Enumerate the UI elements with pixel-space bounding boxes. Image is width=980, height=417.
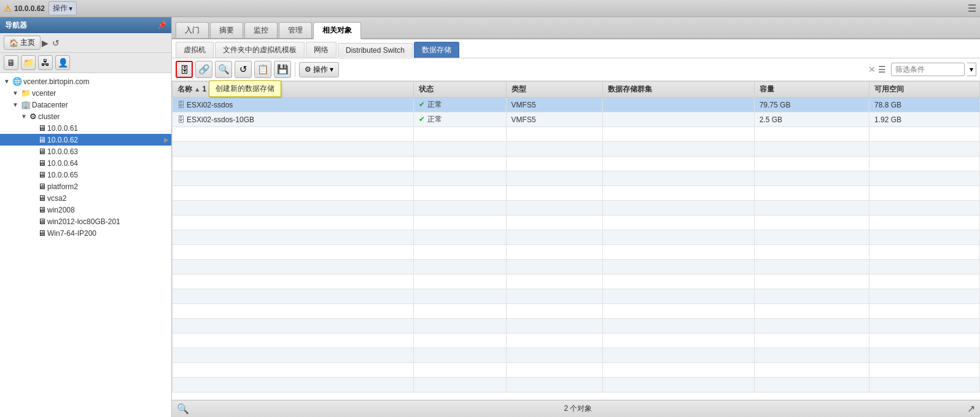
empty-cell <box>869 230 980 245</box>
col-type[interactable]: 类型 <box>506 82 603 98</box>
home-button[interactable]: 🏠 主页 <box>4 36 41 50</box>
subtab-文件夹中的虚拟机模板[interactable]: 文件夹中的虚拟机模板 <box>215 42 305 58</box>
empty-cell <box>173 186 414 201</box>
tree-item-win7-64-ip200[interactable]: 🖥Win7-64-IP200 <box>0 227 171 239</box>
tree-toggle-vcenter[interactable]: ▼ <box>2 78 11 85</box>
tree-item-10.0.0.61[interactable]: 🖥10.0.0.61 <box>0 122 171 134</box>
empty-cell <box>754 230 869 245</box>
toolbar-btn-6[interactable]: 💾 <box>274 61 291 78</box>
toolbar-sep <box>295 62 295 77</box>
empty-cell <box>754 348 869 363</box>
empty-cell <box>603 363 754 378</box>
table-row-empty <box>173 333 980 348</box>
tree-item-win2012-loc80GB-201[interactable]: 🖥win2012-loc80GB-201 <box>0 216 171 227</box>
tree-toggle-vcenter-node[interactable]: ▼ <box>11 90 20 96</box>
tree-item-10.0.0.63[interactable]: 🖥10.0.0.63 <box>0 146 171 157</box>
tree-item-vcenter[interactable]: ▼🌐vcenter.birtopin.com <box>0 76 171 87</box>
toolbar-actions-chevron: ▾ <box>330 65 333 74</box>
tree-item-vcsa2[interactable]: 🖥vcsa2 <box>0 192 171 204</box>
pin-icon[interactable]: 📌 <box>157 21 166 29</box>
tab-监控[interactable]: 监控 <box>244 22 278 38</box>
toolbar-btn-5[interactable]: 📋 <box>254 61 271 78</box>
empty-cell <box>603 171 754 186</box>
tab-入门[interactable]: 入门 <box>176 22 209 38</box>
empty-cell <box>603 142 754 157</box>
empty-cell <box>869 378 980 392</box>
tab-相关对象[interactable]: 相关对象 <box>313 22 361 39</box>
empty-cell <box>414 289 506 304</box>
empty-cell <box>414 186 506 201</box>
filter-dropdown[interactable]: ▾ <box>967 63 976 76</box>
create-datastore-button[interactable]: 🗄 <box>176 61 193 78</box>
tree-label-10.0.0.62: 10.0.0.62 <box>47 136 78 144</box>
home-icon: 🏠 <box>9 39 18 47</box>
col-status[interactable]: 状态 <box>414 82 506 98</box>
empty-cell <box>754 142 869 157</box>
tree-arrow-10.0.0.62: ▶ <box>164 136 169 143</box>
tree-item-platform2[interactable]: 🖥platform2 <box>0 181 171 192</box>
filter-columns-icon[interactable]: ☰ <box>878 64 886 74</box>
filter-input[interactable] <box>891 63 965 76</box>
vm-icon-btn[interactable]: 🖥 <box>4 55 18 70</box>
filter-reset-icon[interactable]: ✕ <box>868 64 876 74</box>
empty-cell <box>603 127 754 142</box>
empty-cell <box>506 378 603 392</box>
empty-cell <box>506 171 603 186</box>
table-row-empty <box>173 230 980 245</box>
tree-item-10.0.0.65[interactable]: 🖥10.0.0.65 <box>0 169 171 181</box>
folder-icon-btn[interactable]: 📁 <box>21 55 36 70</box>
subtab-DistributedSwitch[interactable]: Distributed Switch <box>338 43 413 57</box>
toolbar-actions-button[interactable]: ⚙ 操作 ▾ <box>299 62 339 77</box>
col-cluster[interactable]: 数据存储群集 <box>603 82 754 98</box>
home-label: 主页 <box>20 37 35 48</box>
col-free[interactable]: 可用空间 <box>869 82 980 98</box>
forward-icon[interactable]: ▶ <box>42 38 49 48</box>
sidebar-icon-bar: 🖥 📁 🖧 👤 <box>0 53 171 73</box>
empty-cell <box>754 363 869 378</box>
tree-label-win7-64-ip200: Win7-64-IP200 <box>47 229 96 238</box>
cell-cluster-0 <box>603 98 754 112</box>
empty-cell <box>754 275 869 289</box>
tree-toggle-datacenter[interactable]: ▼ <box>11 101 20 108</box>
table-row[interactable]: 🗄ESXi02-ssdos-10GB✔ 正常VMFS52.5 GB1.92 GB <box>173 112 980 127</box>
tree-item-vcenter-node[interactable]: ▼📁vcenter <box>0 87 171 99</box>
tree-item-win2008[interactable]: 🖥win2008 <box>0 204 171 216</box>
toolbar-btn-3[interactable]: 🔍 <box>215 61 232 78</box>
empty-cell <box>173 127 414 142</box>
empty-cell <box>414 171 506 186</box>
cell-capacity-0: 79.75 GB <box>754 98 869 112</box>
empty-cell <box>869 319 980 333</box>
data-table: 名称 ▲ 1 状态 类型 数据存储群集 容量 可用空间 🗄ESXi02-ssdo… <box>172 81 980 392</box>
empty-cell <box>414 245 506 260</box>
cell-name-0: 🗄ESXi02-ssdos <box>173 98 414 112</box>
subtab-数据存储[interactable]: 数据存储 <box>414 42 459 58</box>
table-row[interactable]: 🗄ESXi02-ssdos✔ 正常VMFS579.75 GB78.8 GB <box>173 98 980 112</box>
toolbar-btn-4[interactable]: ↺ <box>235 61 252 78</box>
tab-管理[interactable]: 管理 <box>279 22 312 38</box>
empty-cell <box>414 260 506 275</box>
export-icon[interactable]: ↗ <box>967 403 975 415</box>
tree-type-icon-vcenter-node: 📁 <box>21 88 31 98</box>
tree-item-datacenter[interactable]: ▼🏢Datacenter <box>0 99 171 111</box>
server-icon-btn[interactable]: 🖧 <box>38 55 53 70</box>
col-capacity[interactable]: 容量 <box>754 82 869 98</box>
subtab-虚拟机[interactable]: 虚拟机 <box>176 42 214 58</box>
menu-icon[interactable]: ☰ <box>968 2 976 14</box>
empty-cell <box>506 289 603 304</box>
actions-button[interactable]: 操作 ▾ <box>49 1 77 15</box>
user-icon-btn[interactable]: 👤 <box>55 55 70 70</box>
empty-cell <box>603 230 754 245</box>
toolbar-right: ✕ ☰ ▾ <box>868 63 976 76</box>
refresh-icon[interactable]: ↺ <box>52 38 60 48</box>
empty-cell <box>506 157 603 171</box>
subtab-网络[interactable]: 网络 <box>306 42 336 58</box>
tree-item-10.0.0.62[interactable]: 🖥10.0.0.62▶ <box>0 134 171 146</box>
toolbar-actions-label: 操作 <box>313 64 328 75</box>
tree-type-icon-10.0.0.61: 🖥 <box>38 123 46 133</box>
toolbar-btn-2[interactable]: 🔗 <box>195 61 212 78</box>
tree-item-cluster[interactable]: ▼⚙cluster <box>0 111 171 122</box>
sub-tab-bar: 虚拟机文件夹中的虚拟机模板网络Distributed Switch数据存储 <box>172 39 980 58</box>
tree-toggle-cluster[interactable]: ▼ <box>20 113 28 120</box>
tab-摘要[interactable]: 摘要 <box>210 22 243 38</box>
tree-item-10.0.0.64[interactable]: 🖥10.0.0.64 <box>0 157 171 169</box>
